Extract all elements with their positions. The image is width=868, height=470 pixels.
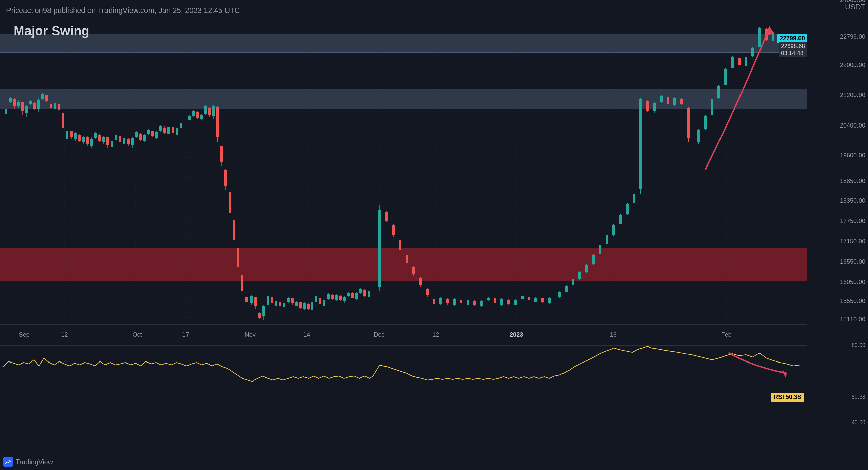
- candles-2023-rally: [521, 27, 802, 304]
- svg-rect-171: [307, 304, 310, 309]
- svg-rect-233: [480, 301, 483, 306]
- svg-rect-45: [45, 95, 48, 101]
- svg-rect-219: [433, 299, 435, 304]
- svg-rect-217: [426, 289, 429, 295]
- svg-rect-85: [127, 139, 130, 144]
- time-remaining: 03:14:48: [781, 50, 805, 57]
- svg-rect-27: [9, 98, 12, 102]
- price-label-15110: 15110.00: [840, 316, 865, 323]
- svg-rect-209: [399, 240, 401, 250]
- svg-marker-327: [782, 370, 787, 378]
- svg-rect-129: [220, 146, 223, 162]
- svg-rect-173: [311, 302, 313, 310]
- svg-rect-55: [66, 131, 68, 139]
- svg-rect-113: [188, 116, 191, 120]
- candles-dec-jan: [439, 297, 517, 307]
- svg-rect-125: [212, 106, 215, 116]
- tradingview-logo: TradingView: [3, 457, 53, 467]
- svg-rect-83: [123, 138, 125, 144]
- price-label-16050: 16050.00: [840, 279, 865, 286]
- svg-rect-75: [106, 137, 109, 145]
- reference-price-box: 22698.68 03:14:48: [779, 42, 807, 57]
- svg-rect-287: [667, 97, 669, 104]
- price-label-22799: 22799.00: [840, 33, 865, 40]
- price-label-21200: 21200.00: [840, 92, 865, 99]
- svg-rect-145: [254, 297, 257, 306]
- svg-rect-137: [237, 248, 239, 267]
- svg-rect-289: [673, 98, 676, 105]
- svg-rect-193: [351, 293, 354, 298]
- rsi-value-label: RSI 50.38: [771, 393, 804, 402]
- svg-rect-225: [453, 299, 456, 305]
- svg-rect-277: [633, 194, 635, 203]
- svg-rect-135: [233, 220, 235, 240]
- svg-rect-81: [119, 136, 121, 142]
- svg-rect-231: [473, 301, 476, 305]
- svg-rect-157: [279, 302, 281, 306]
- svg-rect-97: [151, 131, 154, 136]
- svg-rect-159: [283, 303, 285, 307]
- rsi-chart: RSI 50.38: [0, 326, 807, 454]
- svg-rect-281: [646, 101, 649, 111]
- svg-rect-255: [558, 292, 561, 297]
- svg-rect-205: [385, 212, 388, 221]
- svg-rect-223: [446, 299, 449, 303]
- svg-rect-295: [697, 130, 700, 142]
- svg-rect-181: [327, 294, 330, 299]
- svg-rect-139: [241, 275, 243, 291]
- current-price-line: [0, 37, 807, 37]
- svg-rect-199: [363, 290, 366, 296]
- svg-rect-127: [216, 107, 219, 137]
- svg-rect-185: [335, 295, 338, 300]
- svg-rect-263: [585, 265, 588, 272]
- svg-rect-51: [58, 104, 60, 110]
- tradingview-text: TradingView: [16, 458, 53, 466]
- rsi-label-80: 80.00: [852, 342, 865, 348]
- svg-rect-77: [111, 141, 113, 147]
- candles-december: [311, 205, 435, 312]
- svg-rect-165: [295, 302, 298, 306]
- svg-rect-37: [29, 101, 32, 104]
- svg-rect-123: [208, 108, 211, 115]
- svg-rect-33: [21, 102, 24, 111]
- svg-rect-251: [541, 298, 544, 302]
- candles-september: [5, 93, 64, 134]
- svg-rect-201: [368, 291, 370, 297]
- svg-rect-153: [271, 297, 273, 303]
- svg-rect-119: [200, 115, 203, 119]
- svg-rect-143: [250, 296, 253, 303]
- svg-rect-307: [738, 58, 741, 65]
- svg-rect-203: [378, 210, 381, 287]
- tv-icon: [3, 457, 13, 467]
- svg-rect-39: [33, 103, 36, 109]
- svg-rect-91: [139, 134, 142, 140]
- rsi-number: 50.38: [786, 394, 801, 400]
- chart-header: Priceaction98 published on TradingView.c…: [6, 6, 240, 15]
- svg-rect-291: [680, 99, 683, 104]
- svg-rect-189: [343, 297, 346, 301]
- svg-rect-285: [660, 96, 663, 102]
- svg-rect-195: [355, 293, 358, 299]
- svg-rect-187: [339, 296, 342, 300]
- candles-november: [188, 105, 248, 303]
- publisher-info: Priceaction98 published on TradingView.c…: [6, 6, 240, 15]
- svg-rect-115: [192, 111, 195, 116]
- svg-rect-65: [86, 137, 89, 144]
- chart-title: Major Swing: [14, 24, 90, 38]
- svg-rect-43: [41, 94, 44, 99]
- svg-rect-227: [460, 300, 462, 303]
- svg-rect-35: [25, 106, 28, 113]
- svg-rect-167: [299, 302, 302, 308]
- svg-rect-309: [745, 57, 747, 66]
- svg-rect-191: [347, 293, 350, 296]
- svg-rect-53: [62, 113, 64, 128]
- svg-rect-269: [606, 235, 608, 244]
- svg-rect-151: [267, 296, 269, 305]
- svg-rect-179: [323, 300, 326, 306]
- svg-rect-41: [37, 100, 40, 109]
- main-chart: Major Swing: [0, 0, 807, 326]
- svg-rect-311: [751, 48, 754, 56]
- svg-rect-229: [467, 300, 469, 305]
- svg-rect-29: [13, 99, 16, 106]
- svg-rect-207: [392, 225, 395, 235]
